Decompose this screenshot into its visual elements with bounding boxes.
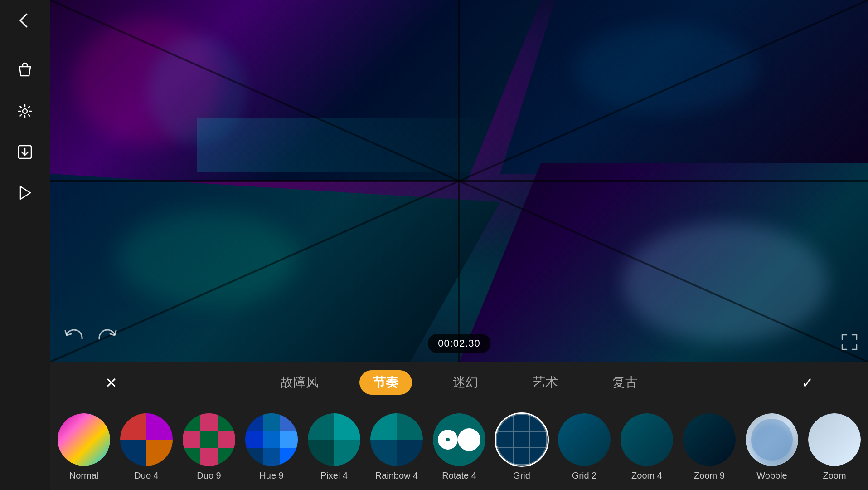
effect-thumb-zoom9	[682, 412, 737, 467]
effect-thumb-pixel4	[307, 412, 361, 467]
effect-thumb-duo9	[182, 412, 236, 467]
video-area: 00:02.30	[50, 0, 868, 362]
effect-label-rainbow4: Rainbow 4	[375, 470, 418, 481]
effect-thumb-duo4	[119, 412, 174, 467]
main-content: 00:02.30	[50, 0, 868, 490]
undo-button[interactable]	[63, 326, 86, 348]
confirm-button[interactable]: ✓	[796, 372, 819, 394]
effect-label-normal: Normal	[69, 470, 98, 481]
effect-rotate4[interactable]: Rotate 4	[430, 412, 489, 481]
effects-strip: Normal Duo 4 Duo 9	[50, 403, 868, 490]
effect-label-pixel4: Pixel 4	[320, 470, 348, 481]
effect-pixel4[interactable]: Pixel 4	[305, 412, 364, 481]
redo-button[interactable]	[95, 326, 118, 348]
effect-label-zoom4: Zoom 4	[631, 470, 662, 481]
effect-zoom[interactable]: Zoom	[805, 412, 864, 481]
bottom-panel: ✕ 故障风 节奏 迷幻 艺术 复古 ✓ Normal	[50, 362, 868, 490]
download-button[interactable]	[14, 141, 36, 163]
fullscreen-button[interactable]	[839, 332, 859, 354]
bag-button[interactable]	[14, 59, 36, 82]
effect-label-hue9: Hue 9	[259, 470, 283, 481]
effect-label-duo4: Duo 4	[134, 470, 158, 481]
effect-thumb-zoom	[807, 412, 862, 467]
effect-zoom4[interactable]: Zoom 4	[617, 412, 676, 481]
grid-overlay	[50, 0, 868, 362]
effect-thumb-normal	[57, 412, 111, 467]
category-tabs-row: ✕ 故障风 节奏 迷幻 艺术 复古 ✓	[50, 362, 868, 403]
effect-label-zoom9: Zoom 9	[694, 470, 725, 481]
effect-label-duo9: Duo 9	[197, 470, 221, 481]
timestamp-badge: 00:02.30	[428, 334, 490, 353]
tab-illusion[interactable]: 迷幻	[439, 370, 492, 395]
effect-normal[interactable]: Normal	[54, 412, 113, 481]
effect-label-grid2: Grid 2	[572, 470, 596, 481]
effect-grid[interactable]: Grid	[492, 412, 551, 481]
effect-thumb-hue9	[244, 412, 299, 467]
play-button[interactable]	[14, 181, 36, 204]
settings-button[interactable]	[14, 100, 36, 122]
effect-thumb-rotate4	[432, 412, 486, 467]
svg-point-0	[23, 109, 27, 113]
effect-rainbow4[interactable]: Rainbow 4	[367, 412, 426, 481]
back-button[interactable]	[14, 9, 36, 32]
tab-beat[interactable]: 节奏	[359, 370, 412, 395]
effect-thumb-rainbow4	[369, 412, 424, 467]
close-button[interactable]: ✕	[100, 372, 122, 394]
tab-glitch[interactable]: 故障风	[267, 370, 332, 395]
effect-thumb-grid	[495, 412, 549, 467]
effect-hue9[interactable]: Hue 9	[242, 412, 301, 481]
left-sidebar	[0, 0, 50, 490]
effect-label-rotate4: Rotate 4	[442, 470, 476, 481]
effect-zoom9[interactable]: Zoom 9	[680, 412, 739, 481]
effect-label-wobble: Wobble	[756, 470, 787, 481]
effect-thumb-wobble	[745, 412, 799, 467]
undo-redo-controls	[63, 326, 118, 348]
effect-thumb-zoom4	[620, 412, 674, 467]
tab-art[interactable]: 艺术	[519, 370, 572, 395]
effect-duo4[interactable]: Duo 4	[117, 412, 176, 481]
tab-retro[interactable]: 复古	[599, 370, 651, 395]
category-tabs: 故障风 节奏 迷幻 艺术 复古	[50, 362, 868, 403]
svg-marker-3	[20, 186, 30, 199]
effect-thumb-grid2	[557, 412, 611, 467]
effect-wobble[interactable]: Wobble	[742, 412, 801, 481]
effect-label-zoom: Zoom	[823, 470, 846, 481]
effect-duo9[interactable]: Duo 9	[179, 412, 238, 481]
effect-grid2[interactable]: Grid 2	[555, 412, 614, 481]
effect-label-grid: Grid	[513, 470, 530, 481]
